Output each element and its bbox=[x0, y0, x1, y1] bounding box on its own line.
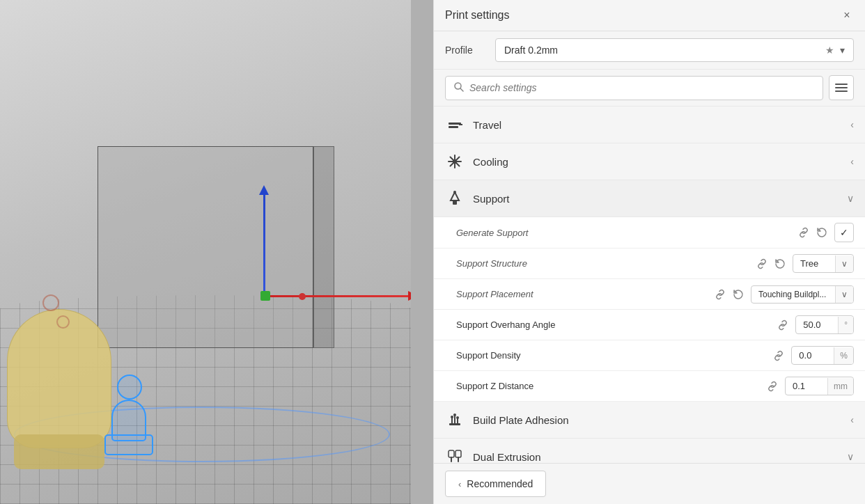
panel-title: Print settings bbox=[445, 9, 509, 22]
axis-y bbox=[263, 188, 265, 296]
generate-support-actions bbox=[797, 226, 829, 239]
support-structure-chevron[interactable]: ∨ bbox=[835, 255, 853, 272]
link-icon[interactable] bbox=[713, 288, 727, 301]
section-support[interactable]: Support ∨ bbox=[434, 180, 865, 217]
profile-select-value: Draft 0.2mm bbox=[504, 45, 558, 56]
support-placement-select[interactable]: Touching Buildpl... ∨ bbox=[751, 285, 854, 304]
support-overhang-angle-label: Support Overhang Angle bbox=[456, 320, 776, 330]
travel-chevron: ‹ bbox=[850, 119, 854, 130]
setting-support-overhang-angle: Support Overhang Angle 50.0 ° bbox=[434, 310, 865, 340]
profile-label: Profile bbox=[445, 45, 487, 56]
dual-extrusion-icon bbox=[445, 447, 465, 463]
checkbox-check-icon: ✓ bbox=[840, 227, 848, 238]
panel-header: Print settings × bbox=[434, 0, 865, 31]
star-icon[interactable]: ★ bbox=[825, 45, 834, 56]
support-structure-actions bbox=[755, 257, 787, 271]
section-dual-extrusion-label: Dual Extrusion bbox=[473, 451, 847, 463]
travel-icon bbox=[445, 115, 465, 134]
support-structure-label: Support Structure bbox=[456, 258, 755, 269]
support-z-distance-input[interactable]: 0.1 mm bbox=[785, 377, 854, 395]
chevron-down-icon: ▾ bbox=[840, 45, 845, 56]
svg-rect-12 bbox=[455, 450, 461, 457]
print-settings-panel: Print settings × Profile Draft 0.2mm ★ ▾ bbox=[433, 0, 865, 504]
section-travel-label: Travel bbox=[473, 119, 850, 131]
hamburger-menu-button[interactable] bbox=[829, 75, 854, 100]
section-support-label: Support bbox=[473, 193, 847, 205]
model-figure bbox=[98, 379, 167, 469]
search-input[interactable] bbox=[469, 82, 814, 93]
support-placement-label: Support Placement bbox=[456, 289, 713, 299]
search-row bbox=[434, 70, 865, 107]
build-plate-box bbox=[98, 146, 313, 348]
support-overhang-angle-input[interactable]: 50.0 ° bbox=[795, 315, 854, 334]
build-plate-chevron: ‹ bbox=[850, 414, 854, 425]
link-icon[interactable] bbox=[797, 226, 811, 239]
generate-support-checkbox[interactable]: ✓ bbox=[834, 223, 854, 242]
support-density-actions bbox=[772, 349, 786, 363]
axis-origin-dot bbox=[260, 291, 270, 301]
support-z-distance-label: Support Z Distance bbox=[456, 381, 765, 391]
figure-head bbox=[117, 375, 142, 400]
svg-point-10 bbox=[456, 416, 459, 419]
search-icon bbox=[454, 82, 464, 94]
support-density-value: 0.0 bbox=[792, 347, 834, 364]
cooling-icon bbox=[445, 152, 465, 171]
support-z-distance-value: 0.1 bbox=[786, 377, 827, 395]
support-density-label: Support Density bbox=[456, 350, 772, 361]
section-travel[interactable]: Travel ‹ bbox=[434, 107, 865, 143]
recommended-chevron-icon: ‹ bbox=[458, 479, 461, 489]
section-build-plate-adhesion[interactable]: Build Plate Adhesion ‹ bbox=[434, 402, 865, 439]
support-density-input[interactable]: 0.0 % bbox=[791, 346, 854, 365]
support-z-distance-actions bbox=[765, 379, 779, 393]
figure-legs bbox=[104, 434, 153, 455]
support-chevron: ∨ bbox=[847, 193, 854, 204]
profile-row: Profile Draft 0.2mm ★ ▾ bbox=[434, 31, 865, 70]
support-placement-actions bbox=[713, 288, 745, 301]
support-overhang-angle-unit: ° bbox=[838, 317, 853, 333]
link-icon[interactable] bbox=[776, 318, 790, 332]
section-cooling-label: Cooling bbox=[473, 156, 850, 168]
axis-x-arrow bbox=[408, 291, 411, 301]
axis-x bbox=[265, 295, 411, 297]
setting-support-placement: Support Placement Touching Buildpl... ∨ bbox=[434, 279, 865, 310]
svg-point-4 bbox=[453, 159, 457, 164]
model-bulb bbox=[7, 309, 111, 448]
section-cooling[interactable]: Cooling ‹ bbox=[434, 143, 865, 180]
close-button[interactable]: × bbox=[840, 8, 854, 22]
svg-point-6 bbox=[453, 191, 456, 194]
settings-list: Travel ‹ Cooling ‹ Suppor bbox=[434, 107, 865, 463]
cooling-chevron: ‹ bbox=[850, 156, 854, 167]
model-base bbox=[14, 434, 104, 469]
setting-support-z-distance: Support Z Distance 0.1 mm bbox=[434, 371, 865, 402]
profile-select[interactable]: Draft 0.2mm ★ ▾ bbox=[495, 38, 854, 62]
search-input-wrapper bbox=[445, 76, 823, 100]
build-plate-side bbox=[313, 146, 334, 348]
reset-icon[interactable] bbox=[731, 288, 745, 301]
support-placement-chevron[interactable]: ∨ bbox=[835, 286, 853, 303]
setting-support-density: Support Density 0.0 % bbox=[434, 340, 865, 371]
dual-extrusion-chevron: ∨ bbox=[847, 451, 854, 462]
adhesion-icon bbox=[445, 410, 465, 430]
3d-viewport bbox=[0, 0, 411, 504]
link-icon[interactable] bbox=[755, 257, 769, 271]
link-icon[interactable] bbox=[772, 349, 786, 363]
support-placement-value: Touching Buildpl... bbox=[751, 286, 835, 303]
svg-line-1 bbox=[460, 88, 463, 91]
profile-select-icons: ★ ▾ bbox=[825, 45, 845, 56]
support-icon bbox=[445, 189, 465, 208]
section-dual-extrusion[interactable]: Dual Extrusion ∨ bbox=[434, 439, 865, 463]
recommended-label: Recommended bbox=[467, 478, 533, 489]
recommended-button[interactable]: ‹ Recommended bbox=[445, 471, 546, 497]
svg-point-8 bbox=[451, 416, 453, 418]
reset-icon[interactable] bbox=[815, 226, 829, 239]
link-icon[interactable] bbox=[765, 379, 779, 393]
support-overhang-angle-value: 50.0 bbox=[796, 316, 838, 333]
setting-generate-support: Generate Support ✓ bbox=[434, 217, 865, 249]
support-overhang-angle-actions bbox=[776, 318, 790, 332]
support-structure-value: Tree bbox=[793, 255, 835, 272]
reset-icon[interactable] bbox=[773, 257, 787, 271]
hamburger-icon bbox=[835, 84, 848, 92]
panel-footer: ‹ Recommended bbox=[434, 463, 865, 504]
support-z-distance-unit: mm bbox=[827, 378, 853, 395]
support-structure-select[interactable]: Tree ∨ bbox=[793, 254, 854, 273]
